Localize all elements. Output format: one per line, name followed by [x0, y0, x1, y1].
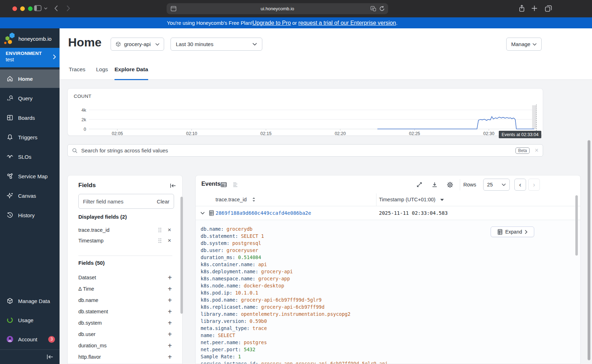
field-row: db.system+ [78, 317, 173, 329]
list-view-icon[interactable] [233, 181, 239, 187]
add-field-icon[interactable]: + [167, 308, 173, 316]
sidebar-item-label: Canvas [18, 193, 36, 199]
sidebar-item-service-map[interactable]: Service Map [0, 167, 60, 185]
zoom-window-button[interactable] [28, 6, 33, 11]
search-input[interactable] [81, 147, 515, 153]
events-scrollbar[interactable] [575, 195, 578, 256]
field-filter-input[interactable] [83, 198, 157, 205]
sidebar-item-label: SLOs [18, 154, 32, 160]
sidebar-item-canvas[interactable]: Canvas [0, 186, 60, 205]
detail-value: api [255, 262, 267, 267]
environment-switcher[interactable]: ENVIRONMENT test [0, 48, 60, 67]
sidebar-item-manage-data[interactable]: Manage Data [0, 292, 60, 310]
sidebar-item-triggers[interactable]: Triggers [0, 128, 60, 146]
minimize-window-button[interactable] [20, 6, 25, 11]
home-icon [6, 75, 13, 82]
tab-overview-icon[interactable] [545, 5, 552, 12]
drag-handle-icon[interactable] [158, 228, 162, 233]
x-axis-tick: 02:15 [261, 131, 272, 136]
dataset-dropdown[interactable]: grocery-api [111, 38, 164, 51]
honeycomb-hexagons-icon [4, 31, 16, 46]
expand-button[interactable]: Expand [491, 226, 534, 237]
gear-icon[interactable] [447, 181, 453, 188]
displayed-field-label: trace.trace_id [78, 227, 158, 233]
table-view-icon[interactable] [220, 181, 227, 188]
detail-value: grocery-app [255, 276, 290, 281]
share-icon[interactable] [519, 5, 525, 12]
time-range-dropdown[interactable]: Last 30 minutes [171, 38, 262, 51]
chevron-down-icon [252, 43, 257, 46]
trace-doc-icon[interactable] [209, 210, 214, 216]
column-trace-id[interactable]: trace.trace_id [216, 197, 247, 202]
free-plan-banner: You're using Honeycomb's Free Plan! Upgr… [0, 17, 592, 28]
sidebar-item-home[interactable]: Home [0, 69, 60, 88]
displayed-fields-header: Displayed fields (2) [78, 214, 127, 220]
column-timestamp[interactable]: Timestamp (UTC+01:00) [379, 197, 435, 202]
detail-line: db.system:postgresql [201, 240, 581, 247]
page-settings-icon[interactable] [171, 6, 177, 12]
rows-per-page-dropdown[interactable]: 25 [483, 179, 510, 191]
translate-icon[interactable]: A [370, 6, 376, 11]
drag-handle-icon[interactable] [158, 238, 162, 243]
sort-icon[interactable] [252, 196, 256, 203]
add-field-icon[interactable]: + [167, 285, 173, 293]
remove-field-icon[interactable]: × [167, 237, 172, 244]
add-field-icon[interactable]: + [167, 296, 173, 304]
manage-label: Manage [511, 41, 532, 47]
next-page-button[interactable]: › [528, 179, 540, 191]
sidebar-item-query[interactable]: Query [0, 89, 60, 107]
manage-button[interactable]: Manage [506, 38, 542, 51]
add-field-icon[interactable]: + [167, 342, 173, 350]
honeycomb-logo[interactable]: honeycomb.io [4, 30, 51, 47]
sidebar-toggle-icon[interactable] [34, 5, 41, 11]
field-label: Dataset [78, 275, 167, 280]
fields-scrollbar[interactable] [180, 197, 183, 314]
trace-id-link[interactable]: 2869f188a9d660c449ccafd4e086ba2e [216, 210, 311, 216]
forward-icon[interactable] [66, 5, 70, 12]
tab-traces[interactable]: Traces [69, 63, 85, 76]
row-expand-chevron-icon[interactable] [200, 212, 205, 215]
reload-icon[interactable] [379, 6, 385, 11]
chevron-down-icon[interactable] [44, 7, 48, 10]
clear-filter-button[interactable]: Clear [157, 198, 169, 205]
close-window-button[interactable] [12, 6, 17, 11]
new-tab-icon[interactable] [531, 5, 537, 11]
enterprise-trial-link[interactable]: request a trial of our Enterprise versio… [298, 20, 396, 26]
sidebar-item-account[interactable]: Account 3 [0, 330, 60, 348]
sidebar-collapse-icon[interactable] [46, 353, 54, 360]
download-icon[interactable] [431, 181, 438, 188]
sidebar-item-slos[interactable]: SLOs [0, 147, 60, 166]
tab-label: Logs [96, 66, 108, 73]
brand-name: honeycomb.io [18, 36, 51, 42]
remove-field-icon[interactable]: × [167, 226, 172, 234]
caret-down-icon[interactable] [440, 199, 444, 201]
add-field-icon[interactable]: + [167, 353, 173, 361]
search-close-icon[interactable]: × [535, 147, 538, 154]
fullscreen-icon[interactable] [416, 181, 423, 188]
detail-value: grocery-api [258, 269, 293, 274]
add-field-icon[interactable]: + [167, 319, 173, 327]
environment-label: ENVIRONMENT [6, 51, 55, 56]
fields-collapse-icon[interactable] [169, 183, 177, 189]
detail-key: k8s.container.name: [201, 262, 255, 267]
event-row[interactable]: 2869f188a9d660c449ccafd4e086ba2e 2025-11… [196, 206, 581, 220]
detail-key: library.name: [201, 311, 238, 317]
sidebar-item-usage[interactable]: Usage [0, 311, 60, 329]
expand-label: Expand [505, 229, 522, 235]
displayed-field-row: trace.trace_id× [78, 225, 172, 235]
add-field-icon[interactable]: + [167, 330, 173, 338]
previous-page-button[interactable]: ‹ [514, 179, 526, 191]
sidebar-item-boards[interactable]: Boards [0, 108, 60, 127]
url-bar[interactable]: ui.honeycomb.io A [167, 3, 388, 14]
back-icon[interactable] [54, 5, 58, 12]
x-axis-tick: 02:05 [112, 131, 123, 136]
page-scrollbar[interactable] [587, 140, 591, 360]
add-field-icon[interactable]: + [167, 274, 173, 282]
sidebar-item-history[interactable]: History [0, 206, 60, 224]
upgrade-to-pro-link[interactable]: Upgrade to Pro [252, 20, 291, 26]
page-title: Home [68, 35, 101, 49]
tab-logs[interactable]: Logs [96, 63, 108, 76]
main-content: Home grocery-api Last 30 minutes Manage … [60, 28, 592, 364]
avatar [6, 336, 13, 343]
tab-explore-data[interactable]: Explore Data [115, 63, 148, 76]
